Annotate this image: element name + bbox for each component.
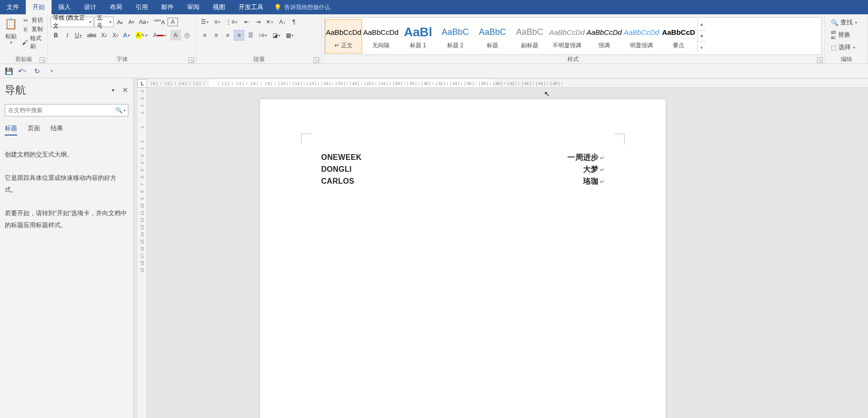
tab-references[interactable]: 引用 [129, 0, 155, 14]
select-button[interactable]: ⬚选择▾ [828, 41, 865, 53]
margin-guide [301, 134, 312, 144]
group-label-paragraph: 段落 [253, 55, 265, 63]
group-label-clipboard: 剪贴板 [15, 55, 32, 63]
bold-button[interactable]: B [51, 30, 61, 41]
style-标题 1[interactable]: AaBl标题 1 [399, 19, 437, 53]
font-name-select[interactable]: 等线 (西文正文 [51, 17, 94, 27]
tab-layout[interactable]: 布局 [103, 0, 129, 14]
search-icon[interactable]: 🔍▾ [115, 107, 128, 114]
tell-me-text: 告诉我你想做什么 [284, 3, 330, 11]
style-标题 2[interactable]: AaBbC标题 2 [437, 19, 474, 53]
borders-button[interactable]: ▦▾ [284, 30, 297, 41]
subscript-button[interactable]: X2 [99, 30, 109, 41]
nav-search[interactable]: 🔍▾ [5, 104, 128, 116]
bullets-button[interactable]: ☰▾ [199, 17, 212, 27]
phonetic-guide-button[interactable]: wénA [153, 17, 167, 27]
style-要点[interactable]: AaBbCcD要点 [660, 19, 697, 53]
shrink-font-button[interactable]: A▾ [126, 17, 136, 27]
font-color-button[interactable]: A▾ [152, 30, 169, 41]
shading-button[interactable]: ◪▾ [271, 30, 283, 41]
cut-button[interactable]: ✂剪切 [22, 16, 44, 24]
paste-button[interactable]: 📋 粘贴 ▼ [3, 16, 19, 45]
margin-guide [614, 134, 625, 144]
nav-search-input[interactable] [5, 107, 115, 114]
group-label-font: 字体 [116, 55, 128, 63]
tab-developer[interactable]: 开发工具 [232, 0, 270, 14]
style-标题[interactable]: AaBbC标题 [474, 19, 511, 53]
text-line[interactable]: ONEWEEK一周进步↵ [321, 152, 605, 164]
tab-view[interactable]: 视图 [206, 0, 232, 14]
style-强调[interactable]: AaBbCcDd强调 [586, 19, 623, 53]
page-content[interactable]: ONEWEEK一周进步↵DONGLI大梦↵CARLOS珞珈↵ [321, 152, 605, 187]
dialog-launcher[interactable]: ↘ [40, 57, 45, 63]
nav-tab-pages[interactable]: 页面 [28, 124, 40, 136]
text-line[interactable]: CARLOS珞珈↵ [321, 176, 605, 188]
strikethrough-button[interactable]: abc [86, 30, 98, 41]
highlight-button[interactable]: A✎▾ [134, 30, 151, 41]
style-正文[interactable]: AaBbCcDd↵ 正文 [325, 19, 362, 53]
undo-button[interactable]: ↶▾ [18, 66, 28, 76]
decrease-indent-button[interactable]: ⇤ [241, 17, 252, 27]
tell-me[interactable]: 💡 告诉我你想做什么 [274, 3, 330, 11]
text-line[interactable]: DONGLI大梦↵ [321, 164, 605, 176]
replace-button[interactable]: abac替换 [828, 29, 865, 41]
style-明显强调[interactable]: AaBbCcDd明显强调 [623, 19, 660, 53]
tab-stop-selector[interactable]: L [137, 79, 147, 88]
page[interactable]: ONEWEEK一周进步↵DONGLI大梦↵CARLOS珞珈↵ [260, 99, 666, 418]
brush-icon: 🖌 [22, 39, 28, 46]
change-case-button[interactable]: Aa▾ [137, 17, 152, 27]
find-button[interactable]: 🔍查找▾ [828, 16, 865, 29]
tab-review[interactable]: 审阅 [180, 0, 206, 14]
char-border-button[interactable]: A [167, 18, 178, 26]
enclose-char-button[interactable]: ㊅ [182, 30, 192, 41]
horizontal-ruler[interactable]: | 8 || 6 || 4 || 2 || 2 || 4 || 6 || 8 |… [147, 79, 868, 88]
text-effects-button[interactable]: A▾ [122, 30, 133, 41]
style-无间隔[interactable]: AaBbCcDd无间隔 [362, 19, 399, 53]
font-size-select[interactable]: 五号 [94, 17, 114, 27]
italic-button[interactable]: I [62, 30, 73, 41]
grow-font-button[interactable]: A▴ [115, 17, 125, 27]
multilevel-list-button[interactable]: ⋮≡▾ [224, 17, 241, 27]
nav-tab-headings[interactable]: 标题 [5, 124, 17, 136]
superscript-button[interactable]: X2 [110, 30, 121, 41]
underline-button[interactable]: U▾ [73, 30, 85, 41]
tab-insert[interactable]: 插入 [52, 0, 77, 14]
sort-button[interactable]: A↓ [277, 17, 288, 27]
mouse-cursor-icon: ↖ [544, 90, 550, 98]
nav-dropdown[interactable]: ▾ [112, 87, 115, 94]
nav-tab-results[interactable]: 结果 [51, 124, 63, 136]
dialog-launcher[interactable]: ↘ [314, 57, 319, 63]
tab-mailings[interactable]: 邮件 [155, 0, 180, 14]
dialog-launcher[interactable]: ↘ [817, 57, 823, 63]
line-spacing-button[interactable]: ↕≡▾ [257, 30, 270, 41]
dialog-launcher[interactable]: ↘ [188, 57, 194, 63]
tab-home[interactable]: 开始 [26, 0, 52, 14]
align-right-button[interactable]: ≡ [222, 30, 233, 41]
distributed-button[interactable]: ☰ [245, 30, 256, 41]
char-shading-button[interactable]: A [170, 30, 181, 41]
styles-gallery: AaBbCcDd↵ 正文AaBbCcDd无间隔AaBl标题 1AaBbC标题 2… [324, 17, 822, 55]
redo-button[interactable]: ↻ [32, 66, 42, 76]
gallery-scroll[interactable]: ▲▼▾ [697, 19, 706, 53]
qat-customize[interactable]: ▾ [47, 66, 56, 76]
vertical-ruler[interactable]: 4321112345678910111213141516171819 [137, 88, 147, 418]
style-不明显强调[interactable]: AaBbCcDd不明显强调 [548, 19, 586, 53]
align-left-button[interactable]: ≡ [199, 30, 210, 41]
copy-button[interactable]: ⎘复制 [22, 25, 44, 33]
save-button[interactable]: 💾 [4, 66, 13, 76]
justify-button[interactable]: ≡ [234, 30, 244, 41]
numbering-button[interactable]: ≡▾ [213, 17, 223, 27]
format-painter-button[interactable]: 🖌格式刷 [22, 34, 44, 51]
align-center-button[interactable]: ≡ [211, 30, 221, 41]
nav-close-button[interactable]: ✕ [122, 86, 128, 94]
tab-design[interactable]: 设计 [77, 0, 103, 14]
style-副标题[interactable]: AaBbC副标题 [511, 19, 548, 53]
find-icon: 🔍 [831, 19, 838, 26]
show-marks-button[interactable]: ¶ [289, 17, 299, 27]
increase-indent-button[interactable]: ⇥ [253, 17, 263, 27]
scissors-icon: ✂ [22, 17, 30, 24]
bulb-icon: 💡 [274, 4, 282, 11]
asian-layout-button[interactable]: ✕▾ [264, 17, 276, 27]
group-clipboard: 📋 粘贴 ▼ ✂剪切 ⎘复制 🖌格式刷 剪贴板↘ [0, 14, 48, 63]
tab-file[interactable]: 文件 [0, 0, 26, 14]
